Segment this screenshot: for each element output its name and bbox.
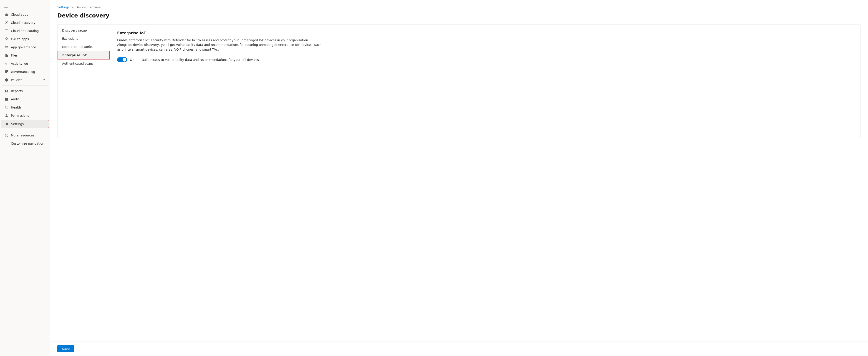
sidebar-item-cloud-apps[interactable]: Cloud apps — [1, 11, 49, 19]
sidebar: Cloud apps Cloud discovery Cloud app cat… — [0, 0, 50, 356]
save-section: Save — [50, 341, 868, 356]
settings-nav-monitored-networks[interactable]: Monitored networks — [58, 43, 110, 51]
save-button[interactable]: Save — [57, 345, 74, 352]
breadcrumb-current: Device discovery — [75, 5, 101, 9]
sidebar-item-label-oauth-apps: OAuth apps — [11, 37, 29, 41]
sidebar-item-label-permissions: Permissions — [11, 114, 29, 117]
sidebar-item-more-resources[interactable]: i More resources — [1, 132, 49, 139]
page-title: Device discovery — [57, 12, 861, 19]
sidebar-item-app-governance[interactable]: App governance — [1, 43, 49, 51]
cloud-discovery-icon — [5, 21, 9, 25]
sidebar-item-label-reports: Reports — [11, 89, 23, 93]
toggle-on-label: On — [130, 58, 134, 62]
svg-point-3 — [6, 22, 7, 23]
sidebar-item-label-settings: Settings — [11, 122, 24, 126]
settings-icon — [5, 122, 9, 126]
files-icon — [5, 54, 9, 58]
sidebar-item-cloud-discovery[interactable]: Cloud discovery — [1, 19, 49, 27]
settings-panel-enterprise-iot: Enterprise IoT Enable enterprise IoT sec… — [110, 25, 861, 138]
permissions-icon — [5, 113, 9, 118]
enterprise-iot-toggle-row: On Gain access to vulnerability data and… — [117, 57, 853, 62]
breadcrumb: Settings > Device discovery — [57, 5, 861, 9]
sidebar-item-permissions[interactable]: Permissions — [1, 112, 49, 119]
settings-nav-discovery-setup[interactable]: Discovery setup — [58, 26, 110, 35]
cloud-apps-icon — [5, 12, 9, 16]
sidebar-item-label-cloud-apps: Cloud apps — [11, 13, 28, 16]
sidebar-item-label-cloud-app-catalog: Cloud app catalog — [11, 29, 39, 33]
sidebar-item-activity-log[interactable]: Activity log — [1, 60, 49, 67]
more-resources-icon: i — [5, 133, 9, 137]
oauth-icon — [5, 37, 9, 41]
policies-icon — [5, 78, 9, 82]
settings-nav-authenticated-scans[interactable]: Authenticated scans — [58, 60, 110, 68]
app-governance-icon — [5, 45, 9, 49]
enterprise-iot-description: Enable enterprise IoT security with Defe… — [117, 38, 322, 52]
sidebar-item-cloud-app-catalog[interactable]: Cloud app catalog — [1, 27, 49, 35]
sidebar-item-files[interactable]: Files — [1, 51, 49, 59]
sidebar-item-label-governance-log: Governance log — [11, 70, 35, 74]
activity-icon — [5, 62, 9, 66]
sidebar-divider-2 — [2, 130, 48, 130]
svg-rect-1 — [4, 6, 8, 6]
enterprise-iot-toggle[interactable] — [117, 57, 127, 62]
settings-nav: Discovery setup Exclusions Monitored net… — [58, 25, 110, 138]
breadcrumb-separator: > — [71, 5, 74, 9]
sidebar-item-audit[interactable]: Audit — [1, 95, 49, 103]
sidebar-item-label-audit: Audit — [11, 97, 19, 101]
health-icon — [5, 105, 9, 109]
svg-rect-4 — [5, 30, 8, 30]
governance-icon — [5, 70, 9, 74]
chevron-down-icon — [43, 78, 45, 82]
svg-rect-0 — [4, 5, 8, 5]
sidebar-item-health[interactable]: Health — [1, 104, 49, 111]
content-area: Settings > Device discovery Device disco… — [50, 0, 868, 341]
toggle-description: Gain access to vulnerability data and re… — [142, 58, 259, 62]
svg-rect-6 — [5, 32, 8, 32]
sidebar-item-label-app-governance: App governance — [11, 45, 36, 49]
sidebar-item-governance-log[interactable]: Governance log — [1, 68, 49, 76]
svg-rect-5 — [5, 31, 8, 31]
settings-container: Discovery setup Exclusions Monitored net… — [57, 24, 861, 138]
svg-point-7 — [6, 39, 7, 39]
main-content: Settings > Device discovery Device disco… — [50, 0, 868, 356]
sidebar-item-label-health: Health — [11, 106, 21, 109]
settings-nav-exclusions[interactable]: Exclusions — [58, 35, 110, 43]
svg-rect-9 — [5, 71, 8, 72]
reports-icon — [5, 89, 9, 93]
customize-icon — [5, 141, 9, 146]
sidebar-item-label-files: Files — [11, 54, 18, 57]
sidebar-item-reports[interactable]: Reports — [1, 87, 49, 95]
menu-icon — [4, 4, 8, 8]
svg-text:i: i — [6, 134, 7, 137]
sidebar-item-label-policies: Policies — [11, 78, 22, 82]
svg-point-11 — [6, 114, 7, 115]
svg-rect-8 — [5, 70, 8, 71]
sidebar-item-label-cloud-discovery: Cloud discovery — [11, 21, 35, 25]
sidebar-item-label-activity-log: Activity log — [11, 62, 28, 65]
catalog-icon — [5, 29, 9, 33]
sidebar-item-settings[interactable]: Settings — [1, 120, 49, 128]
sidebar-item-label-more-resources: More resources — [11, 134, 34, 137]
sidebar-menu-button[interactable] — [0, 2, 50, 10]
enterprise-iot-title: Enterprise IoT — [117, 31, 853, 35]
audit-icon — [5, 97, 9, 101]
breadcrumb-parent-link[interactable]: Settings — [57, 5, 69, 9]
settings-nav-enterprise-iot[interactable]: Enterprise IoT — [58, 51, 110, 60]
sidebar-item-customize-navigation[interactable]: Customize navigation — [1, 140, 49, 147]
sidebar-item-label-customize-navigation: Customize navigation — [11, 142, 44, 145]
svg-rect-2 — [4, 7, 8, 8]
svg-rect-10 — [5, 72, 7, 73]
sidebar-item-policies[interactable]: Policies — [1, 76, 49, 84]
sidebar-item-oauth-apps[interactable]: OAuth apps — [1, 35, 49, 43]
